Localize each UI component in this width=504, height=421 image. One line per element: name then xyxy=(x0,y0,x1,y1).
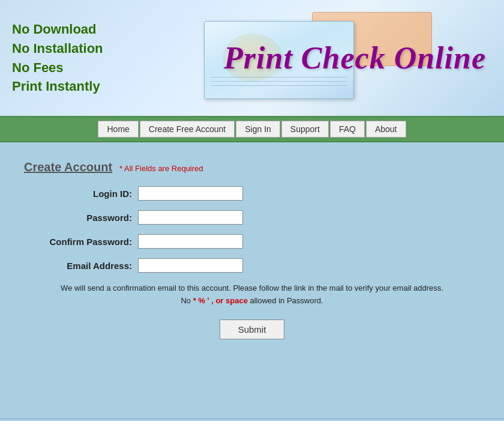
check-line xyxy=(211,81,347,82)
nav-support[interactable]: Support xyxy=(281,121,329,138)
confirm-password-label: Confirm Password: xyxy=(36,237,138,247)
nav-create-free-account[interactable]: Create Free Account xyxy=(140,121,235,138)
header-right: Print Check Online xyxy=(144,40,492,76)
info-highlight: * % ' , or space xyxy=(193,296,248,305)
password-label: Password: xyxy=(36,213,138,223)
header-left: No Download No Installation No Fees Prin… xyxy=(12,20,144,97)
password-input[interactable] xyxy=(138,210,243,225)
header: No Download No Installation No Fees Prin… xyxy=(0,0,504,116)
tagline: No Download No Installation No Fees Prin… xyxy=(12,20,144,97)
password-row: Password: xyxy=(36,210,480,225)
create-account-header: Create Account * All Fields are Required xyxy=(24,160,480,174)
check-line xyxy=(211,77,347,77)
info-text-line2-prefix: No xyxy=(181,296,193,305)
email-label: Email Address: xyxy=(36,261,138,271)
form-container: Login ID: Password: Confirm Password: Em… xyxy=(36,186,480,273)
submit-row: Submit xyxy=(24,320,480,339)
main-content: Create Account * All Fields are Required… xyxy=(0,142,504,419)
email-row: Email Address: xyxy=(36,258,480,273)
check-lines xyxy=(211,77,347,89)
nav-faq[interactable]: FAQ xyxy=(330,121,365,138)
nav-sign-in[interactable]: Sign In xyxy=(236,121,280,138)
login-id-input[interactable] xyxy=(138,186,243,201)
login-id-label: Login ID: xyxy=(36,189,138,199)
confirm-password-input[interactable] xyxy=(138,234,243,249)
confirm-password-row: Confirm Password: xyxy=(36,234,480,249)
info-text-line2-suffix: allowed in Password. xyxy=(248,296,323,305)
site-title: Print Check Online xyxy=(224,40,486,76)
check-line xyxy=(211,85,347,86)
submit-button[interactable]: Submit xyxy=(220,320,285,339)
info-text-line1: We will send a confirmation email to thi… xyxy=(61,283,443,292)
navbar: Home Create Free Account Sign In Support… xyxy=(0,116,504,142)
footer: © 2021 PrintCheckOnline.com SECURED BY R… xyxy=(0,419,504,421)
nav-home[interactable]: Home xyxy=(98,121,138,138)
nav-about[interactable]: About xyxy=(366,121,406,138)
email-input[interactable] xyxy=(138,258,243,273)
login-id-row: Login ID: xyxy=(36,186,480,201)
info-text: We will send a confirmation email to thi… xyxy=(24,282,480,307)
required-note: * All Fields are Required xyxy=(119,164,203,173)
create-account-title: Create Account xyxy=(24,160,112,174)
